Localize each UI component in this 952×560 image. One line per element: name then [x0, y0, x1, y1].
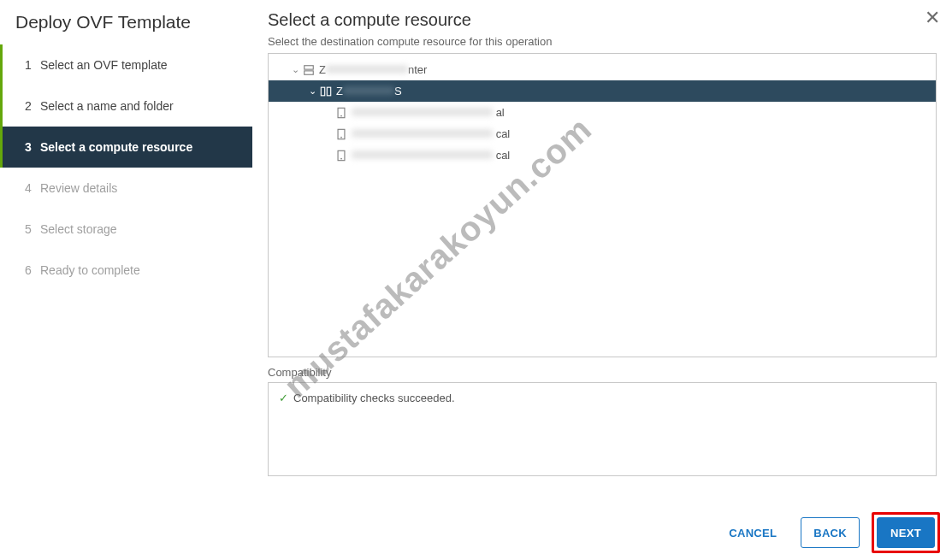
redacted-text [326, 65, 408, 74]
step-num: 3 [25, 140, 40, 154]
tree-label-prefix: Z [319, 63, 326, 76]
step-label: Select an OVF template [40, 58, 168, 72]
host-icon [334, 107, 349, 119]
compatibility-panel: ✓ Compatibility checks succeeded. [268, 382, 937, 476]
tree-label-prefix: Z [336, 85, 343, 97]
host-icon [334, 128, 349, 140]
svg-rect-2 [321, 87, 324, 96]
tree-label-suffix: S [394, 85, 402, 97]
svg-rect-3 [327, 87, 330, 96]
back-button[interactable]: BACK [801, 517, 860, 548]
redacted-text [352, 108, 493, 116]
step-num: 1 [25, 58, 40, 72]
tree-label-suffix: cal [496, 127, 511, 140]
compatibility-message: Compatibility checks succeeded. [293, 392, 455, 404]
compute-resource-tree[interactable]: ⌄ Znter ⌄ ZS [268, 53, 937, 357]
chevron-down-icon[interactable]: ⌄ [289, 64, 301, 75]
datacenter-icon [301, 64, 316, 76]
page-instruction: Select the destination compute resource … [268, 35, 937, 48]
step-3[interactable]: 3 Select a compute resource [0, 127, 252, 168]
tree-host[interactable]: cal [269, 123, 936, 144]
step-1[interactable]: 1 Select an OVF template [0, 44, 252, 85]
step-num: 5 [25, 222, 40, 236]
cancel-button[interactable]: CANCEL [717, 517, 789, 548]
tree-label-suffix: nter [408, 63, 427, 76]
svg-point-9 [340, 157, 342, 159]
page-title: Select a compute resource [268, 10, 937, 30]
step-2[interactable]: 2 Select a name and folder [0, 85, 252, 127]
host-icon [334, 150, 349, 162]
wizard-main: ✕ Select a compute resource Select the d… [252, 0, 952, 560]
tree-host[interactable]: al [269, 102, 936, 123]
redacted-text [352, 150, 493, 159]
cluster-icon [318, 85, 334, 97]
step-label: Select a name and folder [40, 99, 174, 113]
step-num: 4 [25, 181, 40, 195]
tree-datacenter[interactable]: ⌄ Znter [269, 59, 936, 80]
step-num: 6 [25, 263, 40, 277]
check-icon: ✓ [279, 392, 288, 404]
compatibility-label: Compatibility [268, 366, 937, 379]
step-4: 4 Review details [0, 168, 252, 209]
tree-label-suffix: cal [496, 149, 511, 162]
step-label: Select storage [40, 222, 117, 236]
redacted-text [343, 86, 394, 95]
wizard-title: Deploy OVF Template [0, 12, 252, 44]
redacted-text [352, 129, 493, 138]
step-label: Ready to complete [40, 263, 140, 277]
step-label: Review details [40, 181, 117, 195]
wizard-sidebar: Deploy OVF Template 1 Select an OVF temp… [0, 0, 252, 560]
tree-host[interactable]: cal [269, 144, 936, 166]
next-button[interactable]: NEXT [877, 517, 935, 548]
svg-rect-0 [305, 65, 314, 68]
svg-point-7 [340, 136, 342, 138]
step-5: 5 Select storage [0, 209, 252, 250]
close-button[interactable]: ✕ [925, 9, 940, 27]
wizard-footer: CANCEL BACK NEXT [717, 512, 940, 553]
next-button-highlight: NEXT [872, 512, 940, 553]
step-6: 6 Ready to complete [0, 250, 252, 291]
step-num: 2 [25, 99, 40, 113]
svg-point-5 [340, 115, 342, 116]
tree-cluster-selected[interactable]: ⌄ ZS [269, 80, 936, 102]
chevron-down-icon[interactable]: ⌄ [306, 85, 318, 97]
tree-label-suffix: al [496, 106, 505, 119]
step-label: Select a compute resource [40, 140, 192, 154]
svg-rect-1 [305, 70, 314, 74]
